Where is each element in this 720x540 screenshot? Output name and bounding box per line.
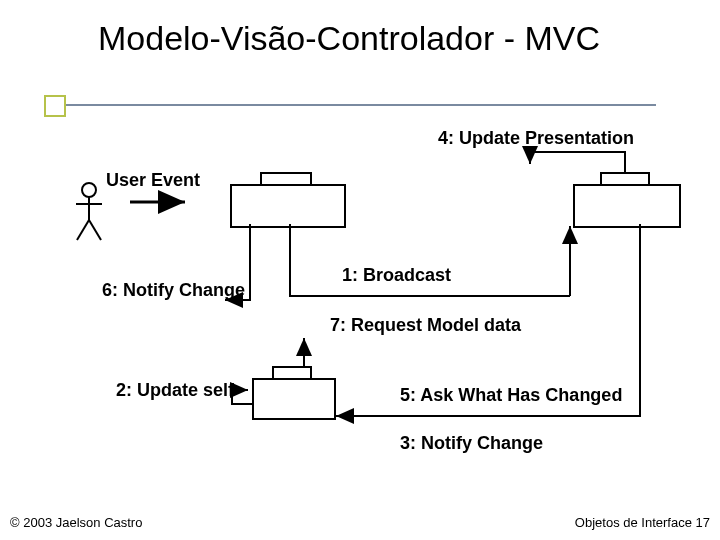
label-request-model-data: 7: Request Model data [330,315,521,336]
controller-box-tab [260,172,312,174]
model-box-tab [272,366,312,368]
controller-box-tab-r [310,172,312,184]
title-underline [44,104,656,106]
footer-left: © 2003 Jaelson Castro [10,515,142,530]
controller-box-tab-l [260,172,262,184]
page-title: Modelo-Visão-Controlador - MVC [98,18,600,58]
model-box-tab-l [272,366,274,378]
view-box [573,184,681,228]
label-update-presentation: 4: Update Presentation [438,128,634,149]
label-broadcast: 1: Broadcast [342,265,451,286]
label-update-self: 2: Update self [116,380,234,401]
view-box-tab-r [648,172,650,184]
svg-point-0 [82,183,96,197]
title-bullet-icon [44,95,66,117]
label-ask-changed: 5: Ask What Has Changed [400,385,622,406]
view-box-tab-l [600,172,602,184]
diagram-stage: { "title": "Modelo-Visão-Controlador - M… [0,0,720,540]
svg-line-3 [77,220,89,240]
svg-line-4 [89,220,101,240]
actor-icon [72,182,106,242]
label-user-event: User Event [106,170,200,191]
model-box-tab-r [310,366,312,378]
view-box-tab [600,172,650,174]
model-box [252,378,336,420]
controller-box [230,184,346,228]
footer-right: Objetos de Interface 17 [575,515,710,530]
label-notify-change-3: 3: Notify Change [400,433,543,454]
label-notify-change-6: 6: Notify Change [102,280,245,301]
